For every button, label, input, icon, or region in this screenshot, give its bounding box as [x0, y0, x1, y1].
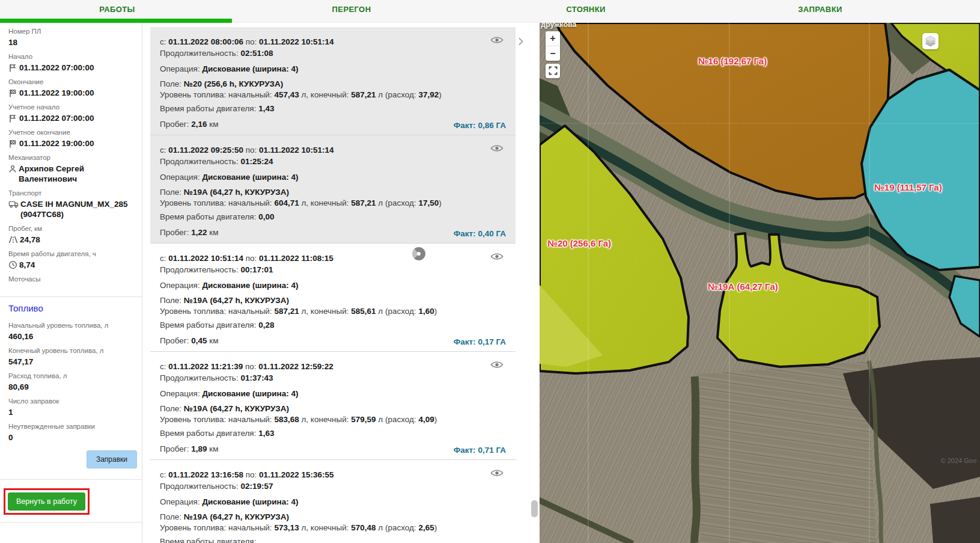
tabbar: РАБОТЫ ПЕРЕГОН СТОЯНКИ ЗАПРАВКИ: [0, 0, 980, 23]
flag-start-icon: [8, 114, 17, 123]
work-field: Поле: №19А (64,27 h, КУКУРУЗА): [160, 295, 506, 306]
zoom-controls: + −: [546, 31, 560, 61]
work-engine-time: Время работы двигателя:: [160, 536, 506, 543]
sidebar-field: Транспорт CASE IH MAGNUM_MX_285 (9047TC6…: [8, 189, 136, 219]
work-engine-time: Время работы двигателя: 1,43: [160, 103, 506, 114]
sidebar-field-value: 01.11.2022 19:00:00: [8, 138, 136, 149]
app-window: РАБОТЫ ПЕРЕГОН СТОЯНКИ ЗАПРАВКИ Номер ПЛ…: [0, 0, 980, 543]
satellite-map[interactable]: дружкова №16 (192,67 Га) №19 (111,57 Га)…: [540, 23, 980, 543]
fact-area-value: Факт: 0,86 ГА: [454, 120, 506, 131]
layers-button[interactable]: [922, 33, 939, 49]
tab[interactable]: СТОЯНКИ: [469, 0, 703, 23]
fuel-field-label: Конечный уровень топлива, л: [8, 347, 136, 354]
work-fuel: Уровень топлива: начальный: 604,71 л, ко…: [160, 198, 506, 208]
fuel-field: Неутвержденные заправки 0: [8, 423, 136, 443]
work-fuel: Уровень топлива: начальный: 457,43 л, ко…: [160, 90, 506, 100]
tab-label: ПЕРЕГОН: [234, 0, 469, 14]
active-tab-underline: [0, 19, 232, 23]
work-operation: Операция: Дискование (ширина: 4): [160, 496, 506, 508]
work-field: Поле: №19А (64,27 h, КУКУРУЗА): [160, 512, 506, 523]
work-operation: Операция: Дискование (ширина: 4): [160, 171, 506, 183]
loading-spinner: [412, 247, 425, 260]
sidebar-field-label: Окончание: [8, 78, 136, 85]
sidebar-field: Окончание 01.11.2022 19:00:00: [8, 78, 136, 98]
sidebar-field-value: 8,74: [8, 260, 136, 270]
work-card[interactable]: с: 01.11.2022 13:16:58 по: 01.11.2022 15…: [150, 460, 516, 543]
sidebar-field-value: CASE IH MAGNUM_MX_285 (9047TC68): [8, 199, 136, 219]
divider: [0, 479, 142, 480]
scrollbar-thumb[interactable]: [531, 500, 538, 517]
divider: [0, 522, 142, 523]
trip-fields: Номер ПЛ 18 Начало 01.11.2022 07:00:00 О…: [0, 28, 142, 291]
sidebar-field: Учетное окончание 01.11.2022 19:00:00: [8, 129, 136, 149]
work-operation: Операция: Дискование (ширина: 4): [160, 63, 506, 75]
fuel-field-value: 1: [8, 407, 136, 417]
chevron-right-icon[interactable]: [518, 37, 523, 48]
eye-icon[interactable]: [490, 252, 504, 264]
fuel-field-label: Неутвержденные заправки: [8, 423, 136, 430]
fullscreen-icon: [549, 66, 558, 75]
eye-icon[interactable]: [490, 144, 504, 156]
work-fuel: Уровень топлива: начальный: 583,68 л, ко…: [160, 414, 506, 425]
map-field-label: №19А (64,27 Га): [708, 281, 778, 292]
fullscreen-button[interactable]: [546, 64, 560, 78]
panel-gutter: [517, 23, 540, 543]
return-row: Вернуть в работу: [0, 486, 142, 518]
zoom-in-button[interactable]: +: [546, 31, 560, 46]
sidebar-field-label: Учетное начало: [8, 103, 136, 111]
map-attribution: © 2024 Goo: [941, 457, 976, 464]
work-duration: Продолжительность: 00:17:01: [160, 264, 506, 275]
sidebar-field-value: 18: [8, 37, 136, 48]
person-icon: [8, 164, 17, 174]
work-card[interactable]: с: 01.11.2022 09:25:50 по: 01.11.2022 10…: [150, 135, 516, 244]
work-card[interactable]: с: 01.11.2022 08:00:06 по: 01.11.2022 10…: [150, 27, 516, 135]
map-place-label: дружкова: [541, 23, 577, 29]
work-duration: Продолжительность: 02:19:57: [160, 480, 506, 492]
flag-finish-icon: [8, 139, 17, 149]
clock-icon: [8, 260, 17, 269]
fuel-field: Число заправок 1: [8, 397, 136, 417]
sidebar-field: Моточасы: [8, 275, 136, 291]
work-engine-time: Время работы двигателя: 1,63: [160, 428, 506, 439]
work-operation: Операция: Дискование (ширина: 4): [160, 280, 506, 291]
fuel-field-label: Число заправок: [8, 397, 136, 405]
layers-icon: [924, 34, 937, 48]
work-operation: Операция: Дискование (ширина: 4): [160, 388, 506, 399]
tab[interactable]: ПЕРЕГОН: [234, 0, 469, 23]
fuel-field: Начальный уровень топлива, л 460,16: [8, 322, 136, 342]
sidebar-field-label: Пробег, км: [8, 225, 136, 232]
work-field: Поле: №20 (256,6 h, КУКУРУЗА): [160, 79, 506, 90]
work-fuel: Уровень топлива: начальный: 573,13 л, ко…: [160, 523, 506, 533]
work-period: с: 01.11.2022 11:21:39 по: 01.11.2022 12…: [160, 361, 506, 372]
eye-icon[interactable]: [490, 35, 504, 48]
eye-icon[interactable]: [490, 360, 504, 372]
trip-sidebar: Номер ПЛ 18 Начало 01.11.2022 07:00:00 О…: [0, 23, 142, 543]
zoom-out-button[interactable]: −: [546, 46, 560, 61]
tab[interactable]: ЗАПРАВКИ: [703, 0, 937, 23]
fuel-field: Конечный уровень топлива, л 547,17: [8, 347, 136, 367]
fuel-field-label: Начальный уровень топлива, л: [8, 322, 136, 329]
sidebar-field: Учетное начало 01.11.2022 07:00:00: [8, 103, 136, 123]
eye-icon[interactable]: [490, 468, 504, 480]
return-to-work-button[interactable]: Вернуть в работу: [8, 492, 85, 511]
fuel-field-value: 0: [8, 432, 136, 443]
fuel-field-value: 80,69: [8, 382, 136, 392]
sidebar-field-label: Время работы двигателя, ч: [8, 250, 136, 257]
road-icon: [8, 235, 18, 244]
sidebar-field-label: Транспорт: [8, 189, 136, 197]
sidebar-field-value: Архипов Сергей Валентинович: [8, 164, 136, 184]
tab-label: РАБОТЫ: [0, 0, 234, 14]
dark-field-patch: [930, 497, 980, 543]
work-period: с: 01.11.2022 13:16:58 по: 01.11.2022 15…: [160, 469, 506, 480]
map-field-label: №16 (192,67 Га): [698, 56, 767, 66]
work-period: с: 01.11.2022 09:25:50 по: 01.11.2022 10…: [160, 144, 506, 156]
map-field-label: №20 (256,6 Га): [547, 238, 611, 248]
refuels-button[interactable]: Заправки: [87, 450, 137, 468]
refuel-row: Заправки: [0, 448, 142, 476]
fuel-field-value: 547,17: [8, 357, 136, 367]
fuel-field-label: Расход топлива, л: [8, 372, 136, 379]
tab[interactable]: РАБОТЫ: [0, 0, 234, 23]
sidebar-field-label: Учетное окончание: [8, 129, 136, 136]
work-card[interactable]: с: 01.11.2022 11:21:39 по: 01.11.2022 12…: [150, 352, 516, 460]
work-card[interactable]: с: 01.11.2022 10:51:14 по: 01.11.2022 11…: [150, 244, 516, 352]
